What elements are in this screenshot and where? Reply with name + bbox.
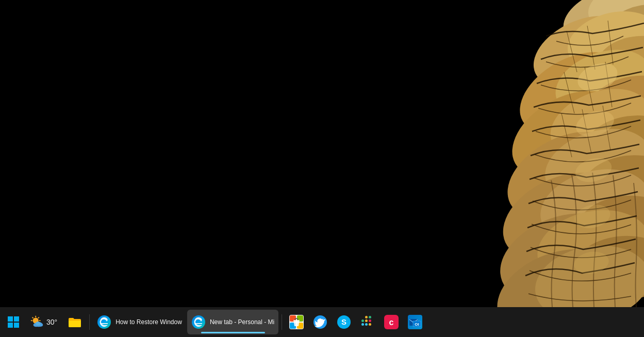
twitter-taskbar-item[interactable] xyxy=(309,310,332,334)
skype-icon: S xyxy=(337,315,351,329)
taskbar: 30° xyxy=(0,307,644,337)
svg-rect-67 xyxy=(365,319,368,322)
svg-rect-71 xyxy=(369,316,371,318)
start-button[interactable] xyxy=(3,312,24,332)
svg-rect-40 xyxy=(8,323,13,328)
svg-rect-64 xyxy=(361,323,364,326)
skype-taskbar-item[interactable]: S xyxy=(333,310,355,334)
svg-rect-39 xyxy=(14,316,19,322)
outlook-taskbar-item[interactable]: Ol xyxy=(404,310,426,334)
craft-icon: c xyxy=(384,315,399,329)
svg-rect-38 xyxy=(8,316,13,322)
microsoft-store-taskbar-item[interactable] xyxy=(285,310,308,334)
edge-icon-2 xyxy=(191,315,206,329)
twitter-icon xyxy=(313,315,327,329)
slack-icon xyxy=(360,315,375,329)
edge-newtab-taskbar-item[interactable]: New tab - Personal - Mi xyxy=(187,310,278,334)
svg-rect-69 xyxy=(369,323,371,326)
edge-restore-window-label: How to Restore Window xyxy=(115,318,182,326)
svg-text:Ol: Ol xyxy=(415,322,419,327)
craft-taskbar-item[interactable]: c xyxy=(380,310,403,334)
taskbar-divider-2 xyxy=(282,314,282,330)
svg-rect-65 xyxy=(365,323,368,326)
svg-rect-68 xyxy=(369,319,371,322)
microsoft-store-icon xyxy=(289,315,304,329)
desktop xyxy=(0,0,644,307)
edge-newtab-label: New tab - Personal - Mi xyxy=(210,318,274,326)
slack-taskbar-item[interactable] xyxy=(356,310,379,334)
edge-icon-1 xyxy=(97,315,111,329)
svg-line-47 xyxy=(32,317,34,318)
svg-rect-41 xyxy=(14,323,19,328)
weather-icon xyxy=(30,315,44,329)
svg-text:S: S xyxy=(341,317,346,326)
outlook-icon: Ol xyxy=(408,315,422,329)
svg-rect-66 xyxy=(361,319,364,322)
weather-temperature: 30° xyxy=(46,318,57,326)
file-explorer-taskbar-item[interactable] xyxy=(63,310,86,334)
svg-text:c: c xyxy=(389,318,394,327)
edge-restore-window-taskbar-item[interactable]: How to Restore Window xyxy=(93,310,186,334)
weather-widget[interactable]: 30° xyxy=(25,310,62,334)
wallpaper-owl xyxy=(438,0,644,307)
file-explorer-icon xyxy=(68,315,82,329)
svg-point-53 xyxy=(36,322,40,325)
svg-rect-70 xyxy=(365,316,368,318)
svg-line-49 xyxy=(38,317,39,318)
windows-logo-icon xyxy=(6,315,21,329)
taskbar-divider-1 xyxy=(89,314,90,330)
